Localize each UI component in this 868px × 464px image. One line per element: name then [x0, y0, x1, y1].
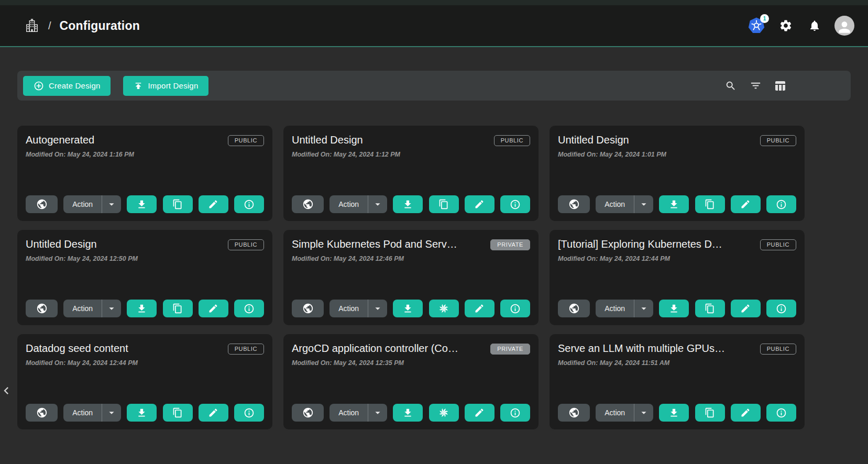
- edit-button[interactable]: [199, 300, 228, 317]
- pencil-icon: [474, 407, 485, 418]
- action-dropdown-caret[interactable]: [368, 195, 387, 213]
- visibility-globe-button[interactable]: [292, 404, 324, 422]
- info-icon: [510, 199, 521, 210]
- edit-button[interactable]: [465, 300, 495, 317]
- import-design-button[interactable]: Import Design: [123, 76, 208, 96]
- filter-icon[interactable]: [748, 78, 763, 94]
- modified-on-text: Modified On: May 24, 2024 12:35 PM: [292, 359, 530, 367]
- copy-icon: [172, 199, 183, 209]
- action-button[interactable]: Action: [63, 404, 102, 422]
- action-dropdown-caret[interactable]: [102, 300, 121, 317]
- info-button[interactable]: [500, 300, 530, 317]
- visibility-globe-button[interactable]: [558, 404, 590, 422]
- info-button[interactable]: [766, 404, 796, 422]
- user-avatar[interactable]: [834, 16, 854, 36]
- action-dropdown-caret[interactable]: [634, 300, 653, 317]
- download-button[interactable]: [393, 404, 423, 422]
- meshery-swirl-icon: [437, 406, 450, 419]
- info-button[interactable]: [500, 404, 530, 422]
- organization-building-icon[interactable]: [24, 17, 40, 34]
- edit-button[interactable]: [199, 195, 228, 213]
- info-button[interactable]: [500, 195, 530, 213]
- download-button[interactable]: [393, 195, 423, 213]
- action-button[interactable]: Action: [63, 300, 102, 317]
- copy-icon: [705, 303, 715, 314]
- download-button[interactable]: [659, 300, 689, 317]
- action-dropdown-caret[interactable]: [634, 404, 653, 422]
- visibility-badge: PUBLIC: [494, 135, 530, 146]
- action-button[interactable]: Action: [63, 195, 102, 213]
- create-design-button[interactable]: Create Design: [23, 76, 111, 96]
- visibility-globe-button[interactable]: [26, 195, 58, 213]
- notifications-bell-icon[interactable]: [806, 17, 823, 35]
- edit-button[interactable]: [731, 404, 761, 422]
- globe-icon: [36, 407, 48, 418]
- info-button[interactable]: [234, 195, 264, 213]
- search-icon[interactable]: [723, 78, 739, 94]
- card-actions: Action: [292, 195, 530, 213]
- info-button[interactable]: [234, 300, 264, 317]
- clone-button[interactable]: [695, 195, 725, 213]
- action-dropdown-caret[interactable]: [368, 300, 387, 317]
- action-dropdown-caret[interactable]: [368, 404, 387, 422]
- action-dropdown-caret[interactable]: [102, 195, 121, 213]
- action-dropdown-caret[interactable]: [634, 195, 653, 213]
- pencil-icon: [740, 303, 751, 314]
- chevron-left-icon: [0, 383, 14, 398]
- download-button[interactable]: [127, 300, 157, 317]
- edit-button[interactable]: [731, 300, 761, 317]
- download-button[interactable]: [127, 195, 157, 213]
- visibility-globe-button[interactable]: [558, 195, 590, 213]
- visibility-globe-button[interactable]: [292, 300, 324, 317]
- design-card: Untitled Design PUBLIC Modified On: May …: [17, 230, 272, 325]
- design-card: Autogenerated PUBLIC Modified On: May 24…: [17, 126, 272, 221]
- info-icon: [776, 199, 787, 210]
- visibility-globe-button[interactable]: [26, 300, 58, 317]
- action-button[interactable]: Action: [329, 300, 368, 317]
- download-button[interactable]: [659, 404, 689, 422]
- clone-button[interactable]: [163, 404, 193, 422]
- download-button[interactable]: [393, 300, 423, 317]
- clone-button[interactable]: [163, 300, 193, 317]
- edit-button[interactable]: [465, 404, 495, 422]
- edit-button[interactable]: [199, 404, 228, 422]
- download-icon: [668, 407, 679, 418]
- design-title: Serve an LLM with multiple GPUs…: [558, 343, 725, 355]
- visibility-globe-button[interactable]: [26, 404, 58, 422]
- download-button[interactable]: [659, 195, 689, 213]
- app-header: / Configuration 1: [0, 5, 868, 46]
- action-button[interactable]: Action: [329, 195, 368, 213]
- clone-button[interactable]: [429, 195, 459, 213]
- clone-button[interactable]: [429, 404, 459, 422]
- settings-gear-icon[interactable]: [777, 17, 795, 35]
- clone-button[interactable]: [163, 195, 193, 213]
- edit-button[interactable]: [465, 195, 495, 213]
- page-title: Configuration: [60, 19, 140, 33]
- action-button[interactable]: Action: [596, 195, 634, 213]
- copy-icon: [705, 407, 715, 418]
- action-split-button: Action: [596, 300, 653, 317]
- action-button[interactable]: Action: [596, 300, 634, 317]
- info-button[interactable]: [766, 195, 796, 213]
- action-split-button: Action: [329, 195, 387, 213]
- download-icon: [136, 303, 147, 314]
- clone-button[interactable]: [695, 404, 725, 422]
- action-button[interactable]: Action: [596, 404, 634, 422]
- visibility-badge: PRIVATE: [490, 344, 530, 355]
- action-button[interactable]: Action: [329, 404, 368, 422]
- visibility-badge: PUBLIC: [760, 344, 796, 355]
- design-title: Datadog seed content: [26, 343, 128, 355]
- clone-button[interactable]: [695, 300, 725, 317]
- meshery-swirl-icon: [437, 302, 450, 315]
- visibility-globe-button[interactable]: [558, 300, 590, 317]
- action-dropdown-caret[interactable]: [102, 404, 121, 422]
- info-button[interactable]: [766, 300, 796, 317]
- visibility-globe-button[interactable]: [292, 195, 324, 213]
- kubernetes-context-button[interactable]: 1: [747, 17, 766, 35]
- table-view-icon[interactable]: [772, 78, 788, 94]
- clone-button[interactable]: [429, 300, 459, 317]
- edit-button[interactable]: [731, 195, 761, 213]
- download-button[interactable]: [127, 404, 157, 422]
- sidebar-expand-chevron[interactable]: [0, 383, 14, 399]
- info-button[interactable]: [234, 404, 264, 422]
